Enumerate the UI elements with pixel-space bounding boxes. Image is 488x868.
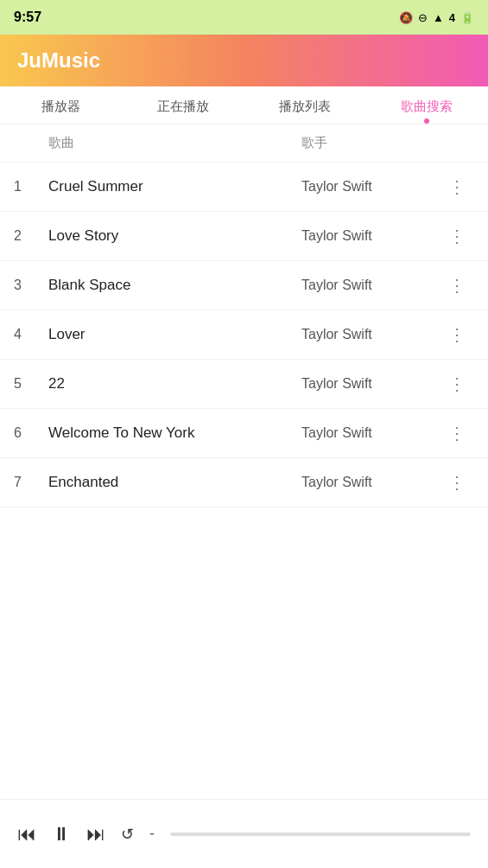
song-artist: Taylor Swift	[301, 376, 440, 392]
app-title: JuMusic	[17, 48, 100, 73]
song-num: 5	[14, 376, 48, 392]
song-more-button[interactable]: ⋮	[440, 277, 474, 294]
col-action-header	[440, 135, 474, 151]
song-more-button[interactable]: ⋮	[440, 375, 474, 393]
song-num: 7	[14, 475, 48, 490]
song-row[interactable]: 3 Blank Space Taylor Swift ⋮	[0, 261, 488, 310]
repeat-button[interactable]: ↺	[121, 825, 134, 844]
song-list: 1 Cruel Summer Taylor Swift ⋮ 2 Love Sto…	[0, 163, 488, 507]
song-artist: Taylor Swift	[301, 475, 440, 490]
more-dots-icon: ⋮	[448, 424, 466, 442]
wifi-icon: ▲	[433, 11, 444, 24]
song-row[interactable]: 1 Cruel Summer Taylor Swift ⋮	[0, 163, 488, 212]
more-dots-icon: ⋮	[448, 277, 466, 294]
song-title: Enchanted	[48, 474, 301, 491]
song-num: 6	[14, 425, 48, 441]
player-bar: ⏮ ⏸ ⏭ ↺ -	[0, 799, 488, 868]
status-icons: 🔕 ⊖ ▲ 4 🔋	[399, 11, 474, 24]
song-title: Love Story	[48, 227, 301, 245]
progress-bar[interactable]	[170, 833, 471, 836]
song-row[interactable]: 6 Welcome To New York Taylor Swift ⋮	[0, 409, 488, 458]
song-more-button[interactable]: ⋮	[440, 178, 474, 195]
song-more-button[interactable]: ⋮	[440, 326, 474, 343]
song-title: Blank Space	[48, 277, 301, 294]
song-row[interactable]: 4 Lover Taylor Swift ⋮	[0, 310, 488, 360]
more-dots-icon: ⋮	[448, 227, 466, 245]
progress-dash: -	[149, 825, 155, 843]
more-dots-icon: ⋮	[448, 474, 466, 491]
song-artist: Taylor Swift	[301, 327, 440, 342]
notification-mute-icon: 🔕	[399, 11, 413, 24]
status-time: 9:57	[14, 10, 41, 25]
signal-icon: 4	[449, 11, 455, 24]
tab-search[interactable]: 歌曲搜索	[366, 86, 488, 124]
song-artist: Taylor Swift	[301, 425, 440, 441]
tab-nowplaying[interactable]: 正在播放	[122, 86, 244, 124]
more-dots-icon: ⋮	[448, 375, 466, 393]
song-row[interactable]: 5 22 Taylor Swift ⋮	[0, 360, 488, 409]
song-num: 2	[14, 228, 48, 244]
status-bar: 9:57 🔕 ⊖ ▲ 4 🔋	[0, 0, 488, 35]
song-artist: Taylor Swift	[301, 228, 440, 244]
song-title: 22	[48, 375, 301, 393]
col-artist-header: 歌手	[301, 135, 440, 151]
song-num: 3	[14, 278, 48, 293]
tab-bar: 播放器 正在播放 播放列表 歌曲搜索	[0, 86, 488, 124]
song-more-button[interactable]: ⋮	[440, 227, 474, 245]
song-title: Lover	[48, 326, 301, 343]
battery-icon: 🔋	[460, 11, 474, 24]
tab-playlist[interactable]: 播放列表	[244, 86, 366, 124]
more-dots-icon: ⋮	[448, 178, 466, 195]
pause-button[interactable]: ⏸	[52, 823, 71, 846]
skip-prev-button[interactable]: ⏮	[17, 823, 36, 846]
table-header: 歌曲 歌手	[0, 124, 488, 163]
song-num: 4	[14, 327, 48, 342]
tab-player[interactable]: 播放器	[0, 86, 122, 124]
col-song-header: 歌曲	[48, 135, 301, 151]
song-num: 1	[14, 179, 48, 195]
song-more-button[interactable]: ⋮	[440, 474, 474, 491]
skip-next-button[interactable]: ⏭	[86, 823, 105, 846]
dnd-icon: ⊖	[418, 11, 428, 24]
song-more-button[interactable]: ⋮	[440, 424, 474, 442]
more-dots-icon: ⋮	[448, 326, 466, 343]
song-artist: Taylor Swift	[301, 179, 440, 195]
song-title: Cruel Summer	[48, 178, 301, 195]
song-title: Welcome To New York	[48, 424, 301, 442]
song-row[interactable]: 2 Love Story Taylor Swift ⋮	[0, 212, 488, 261]
app-header: JuMusic	[0, 35, 488, 86]
song-artist: Taylor Swift	[301, 278, 440, 293]
song-row[interactable]: 7 Enchanted Taylor Swift ⋮	[0, 458, 488, 507]
col-num-header	[14, 135, 48, 151]
